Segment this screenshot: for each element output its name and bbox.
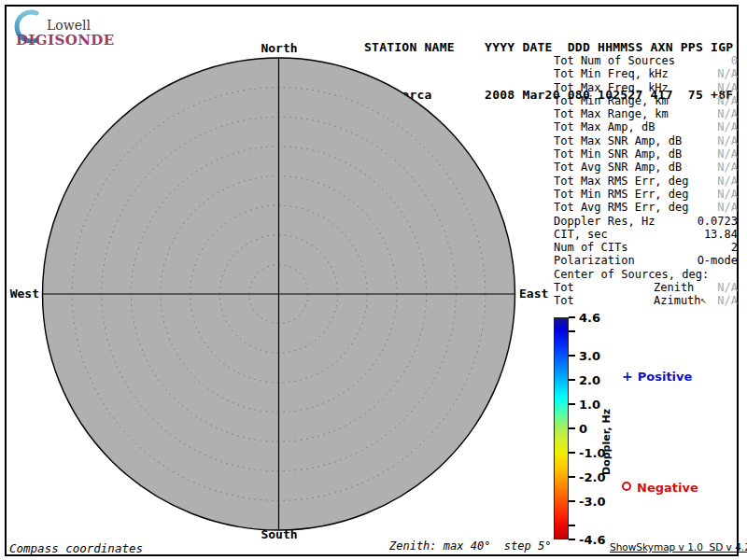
stat-row: Tot Min Freq, kHzN/A bbox=[554, 67, 738, 80]
zenith-scale-label: Zenith: max 40° step 5° bbox=[389, 539, 551, 553]
stat-value: N/A bbox=[717, 147, 738, 161]
stat-label: Polarization bbox=[554, 254, 635, 267]
stat-value: N/A bbox=[717, 94, 738, 107]
stat-row: Tot Max SNR Amp, dBN/A bbox=[554, 134, 738, 147]
colorbar-tick bbox=[569, 379, 575, 381]
colorbar-tick bbox=[569, 539, 575, 540]
stat-row: Tot Min Range, kmN/A bbox=[554, 94, 738, 107]
colorbar-title: Doppler, Hz bbox=[600, 397, 613, 475]
colorbar-tick bbox=[569, 525, 575, 526]
stat-mid-label: Azimuth bbox=[654, 294, 701, 307]
stat-label: Tot Min Freq, kHz bbox=[554, 67, 669, 80]
stat-value: N/A bbox=[717, 201, 738, 214]
legend-positive: +Positive bbox=[622, 369, 692, 384]
stat-label: Tot Avg SNR Amp, dB bbox=[554, 161, 682, 174]
compass-label-west: West bbox=[6, 287, 39, 301]
stat-label: Tot bbox=[554, 281, 574, 294]
colorbar-tick bbox=[569, 427, 575, 429]
stat-row: Tot Max Range, kmN/A bbox=[554, 107, 738, 120]
stat-mid-label: Zenith bbox=[654, 281, 694, 294]
legend-negative: Negative bbox=[622, 481, 698, 495]
stat-label: Tot Avg RMS Err, deg bbox=[554, 201, 689, 214]
stats-panel: Tot Num of Sources0Tot Min Freq, kHzN/AT… bbox=[554, 54, 738, 308]
stat-row: Tot Min RMS Err, degN/A bbox=[554, 188, 738, 201]
stat-row: TotZenithN/A bbox=[554, 281, 738, 294]
stat-label: CIT, sec bbox=[554, 228, 608, 241]
stat-value: 2 bbox=[731, 241, 738, 254]
stat-value: N/A bbox=[717, 134, 738, 147]
legend-positive-label: Positive bbox=[638, 370, 693, 384]
stat-value: 13.84 bbox=[704, 228, 738, 241]
stat-value: N/A bbox=[717, 175, 738, 188]
colorbar-tick bbox=[569, 452, 575, 454]
coordinates-mode-label: Compass coordinates bbox=[9, 541, 143, 555]
stat-label: Tot Max RMS Err, deg bbox=[554, 175, 689, 188]
colorbar-tick-label: 0 bbox=[579, 422, 587, 436]
stat-label: Tot Min RMS Err, deg bbox=[554, 188, 689, 201]
stat-value: N/A bbox=[717, 67, 738, 80]
stat-row: Tot Min SNR Amp, dBN/A bbox=[554, 147, 738, 161]
colorbar-tick bbox=[569, 316, 575, 318]
circle-marker-icon bbox=[622, 482, 631, 491]
compass-label-south: South bbox=[242, 527, 317, 541]
plus-marker-icon: + bbox=[622, 369, 633, 384]
stat-row: CIT, sec13.84 bbox=[554, 228, 738, 241]
logo-lowell-text: Lowell bbox=[47, 18, 91, 33]
doppler-colorbar bbox=[554, 317, 569, 539]
stat-label: Tot Max Freq, kHz bbox=[554, 81, 669, 94]
lowell-digisonde-logo: Lowell DIGISONDE bbox=[9, 7, 121, 46]
colorbar-tick bbox=[569, 403, 575, 405]
stat-row: TotAzimuth↖N/A bbox=[554, 294, 738, 307]
stat-row: Tot Avg RMS Err, degN/A bbox=[554, 201, 738, 214]
colorbar-tick bbox=[569, 500, 575, 502]
stat-value: 0 bbox=[731, 54, 738, 67]
stat-label: Tot Num of Sources bbox=[554, 54, 675, 67]
stat-label: Num of CITs bbox=[554, 241, 627, 254]
stat-row: Tot Max RMS Err, degN/A bbox=[554, 175, 738, 188]
stat-value: N/A bbox=[717, 281, 738, 294]
colorbar-tick-label: 4.6 bbox=[579, 311, 600, 325]
colorbar-tick-label: -4.6 bbox=[579, 533, 605, 547]
mouse-cursor-icon: ↖ bbox=[700, 295, 707, 306]
legend-negative-label: Negative bbox=[637, 481, 698, 495]
colorbar-tick-label: 1.0 bbox=[579, 398, 600, 412]
stat-label: Tot Max Amp, dB bbox=[554, 120, 655, 133]
stat-row: Tot Max Freq, kHzN/A bbox=[554, 81, 738, 94]
stat-row: Doppler Res, Hz0.0723 bbox=[554, 215, 738, 228]
stat-label: Doppler Res, Hz bbox=[554, 215, 655, 228]
compass-label-north: North bbox=[242, 41, 317, 55]
stat-row: Tot Num of Sources0 bbox=[554, 54, 738, 67]
stat-label: Tot Max SNR Amp, dB bbox=[554, 134, 682, 147]
stat-row: Num of CITs2 bbox=[554, 241, 738, 254]
stat-value: N/A bbox=[717, 294, 738, 307]
stat-value: N/A bbox=[717, 188, 738, 201]
colorbar-tick-label: 3.0 bbox=[579, 349, 600, 363]
colorbar-tick-label: 2.0 bbox=[579, 373, 600, 387]
colorbar-tick bbox=[569, 330, 575, 332]
version-label: ShowSkymap v 1.0 SD v 4.2 bbox=[610, 541, 747, 553]
stat-label: Tot Max Range, km bbox=[554, 107, 669, 120]
stat-value: N/A bbox=[717, 161, 738, 174]
colorbar-ticks bbox=[569, 317, 576, 539]
stat-value: O-mode bbox=[698, 254, 738, 267]
stat-label: Center of Sources, deg: bbox=[554, 268, 709, 281]
stat-value: N/A bbox=[717, 107, 738, 120]
stat-value: 0.0723 bbox=[698, 215, 738, 228]
colorbar-tick-label: -3.0 bbox=[579, 494, 605, 508]
logo-digisonde-text: DIGISONDE bbox=[16, 32, 115, 49]
stat-label: Tot Min SNR Amp, dB bbox=[554, 147, 682, 161]
stat-row: Center of Sources, deg: bbox=[554, 268, 738, 281]
skymap-grid bbox=[37, 52, 523, 538]
stat-row: Tot Max Amp, dBN/A bbox=[554, 120, 738, 133]
stat-row: PolarizationO-mode bbox=[554, 254, 738, 267]
colorbar-tick bbox=[569, 355, 575, 357]
stat-value: N/A bbox=[717, 120, 738, 133]
stat-label: Tot Min Range, km bbox=[554, 94, 669, 107]
colorbar-tick bbox=[569, 476, 575, 478]
stat-value: N/A bbox=[717, 81, 738, 94]
stat-label: Tot bbox=[554, 294, 574, 307]
stat-row: Tot Avg SNR Amp, dBN/A bbox=[554, 161, 738, 174]
